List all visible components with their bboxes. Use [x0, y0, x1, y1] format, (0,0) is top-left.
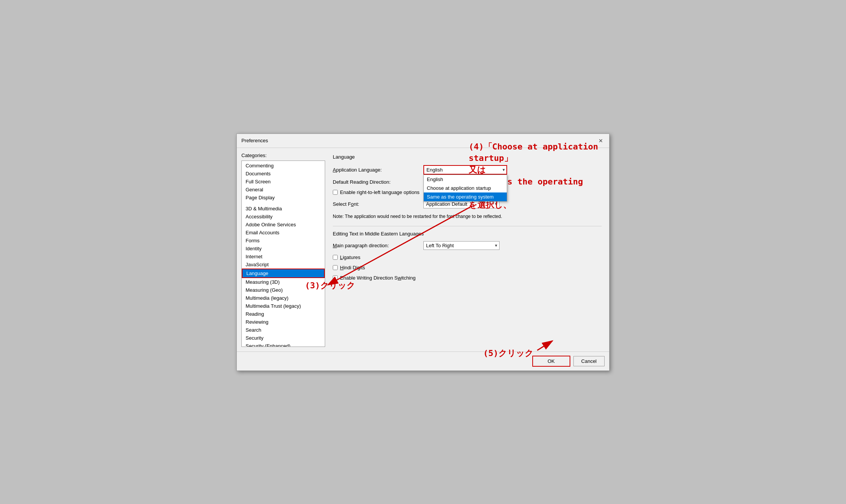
hindi-digits-label: Hindi Digits [340, 265, 365, 270]
rtl-label: Enable right-to-left language options [340, 189, 420, 195]
cat-item-reading[interactable]: Reading [242, 310, 325, 318]
cat-item-identity[interactable]: Identity [242, 245, 325, 253]
cat-item-measuringgeo[interactable]: Measuring (Geo) [242, 286, 325, 294]
cat-item-documents[interactable]: Documents [242, 170, 325, 178]
preferences-dialog: Preferences ✕ Categories: Commenting Doc… [236, 134, 610, 371]
cat-item-accessibility[interactable]: Accessibility [242, 213, 325, 221]
cat-item-javascript[interactable]: JavaScript [242, 261, 325, 269]
middle-eastern-title: Editing Text in Middle Eastern Languages [333, 231, 602, 237]
cat-item-measuring3d-label[interactable]: Measuring (3D) [242, 278, 325, 286]
app-language-popup[interactable]: English Choose at application startup Sa… [423, 175, 507, 202]
section-title: Language [333, 154, 602, 160]
titlebar: Preferences ✕ [237, 134, 609, 148]
popup-item-same-os[interactable]: Same as the operating system [424, 192, 507, 201]
cat-item-general[interactable]: General [242, 186, 325, 194]
ligatures-label: Ligatures [340, 254, 360, 260]
cat-item-forms[interactable]: Forms [242, 237, 325, 245]
rtl-checkbox[interactable] [333, 190, 338, 195]
paragraph-direction-row: Main paragraph direction: Left To Right … [333, 241, 602, 250]
cat-item-pagedisplay[interactable]: Page Display [242, 194, 325, 202]
hindi-digits-row: Hindi Digits [333, 265, 602, 270]
reading-direction-label: Default Reading Direction: [333, 179, 420, 185]
select-font-label: Select Font: [333, 201, 420, 207]
ligatures-checkbox[interactable] [333, 255, 338, 260]
cat-item-reviewing[interactable]: Reviewing [242, 318, 325, 326]
dialog-title: Preferences [241, 138, 268, 143]
paragraph-direction-select[interactable]: Left To Right Right To Left [423, 241, 500, 250]
cat-item-search[interactable]: Search [242, 326, 325, 334]
right-panel: Language Application Language: English C… [330, 153, 605, 347]
cancel-button[interactable]: Cancel [573, 356, 605, 366]
cat-item-security[interactable]: Security [242, 334, 325, 342]
hindi-digits-checkbox[interactable] [333, 265, 338, 270]
divider [333, 226, 602, 226]
dialog-body: Categories: Commenting Documents Full Sc… [237, 148, 609, 351]
cat-item-multimedia[interactable]: Multimedia (legacy) [242, 294, 325, 302]
popup-item-english[interactable]: English [424, 175, 507, 184]
cat-item-emailaccounts[interactable]: Email Accounts [242, 229, 325, 237]
cat-item-internet[interactable]: Internet [242, 253, 325, 261]
cat-item-adobeonline[interactable]: Adobe Online Services [242, 221, 325, 229]
app-language-dropdown-wrap[interactable]: English Choose at application startup Sa… [423, 165, 507, 175]
paragraph-direction-wrap[interactable]: Left To Right Right To Left ▼ [423, 241, 500, 250]
writing-direction-row: Enable Writing Direction Switching [333, 275, 602, 281]
bottom-bar: OK Cancel [237, 351, 609, 370]
app-language-label: Application Language: [333, 167, 420, 173]
paragraph-direction-label: Main paragraph direction: [333, 243, 420, 248]
writing-direction-checkbox[interactable] [333, 275, 338, 280]
writing-direction-label: Enable Writing Direction Switching [340, 275, 415, 281]
font-note: Note: The application would need to be r… [333, 213, 554, 220]
left-panel: Categories: Commenting Documents Full Sc… [241, 153, 325, 347]
ok-button[interactable]: OK [532, 356, 570, 367]
categories-label: Categories: [241, 153, 325, 158]
ligatures-row: Ligatures [333, 254, 602, 260]
close-button[interactable]: ✕ [597, 137, 605, 145]
app-language-row: Application Language: English Choose at … [333, 165, 602, 175]
cat-item-multimediatrust[interactable]: Multimedia Trust (legacy) [242, 302, 325, 310]
categories-list[interactable]: Commenting Documents Full Screen General… [241, 161, 325, 347]
app-language-select[interactable]: English Choose at application startup Sa… [423, 165, 507, 175]
cat-item-3dmultimedia[interactable]: 3D & Multimedia [242, 205, 325, 213]
popup-item-choose-startup[interactable]: Choose at application startup [424, 184, 507, 192]
cat-item-securityenhanced[interactable]: Security (Enhanced) [242, 342, 325, 347]
cat-item-language[interactable]: Language [242, 269, 325, 278]
cat-item-fullscreen[interactable]: Full Screen [242, 178, 325, 186]
cat-item-commenting[interactable]: Commenting [242, 162, 325, 170]
